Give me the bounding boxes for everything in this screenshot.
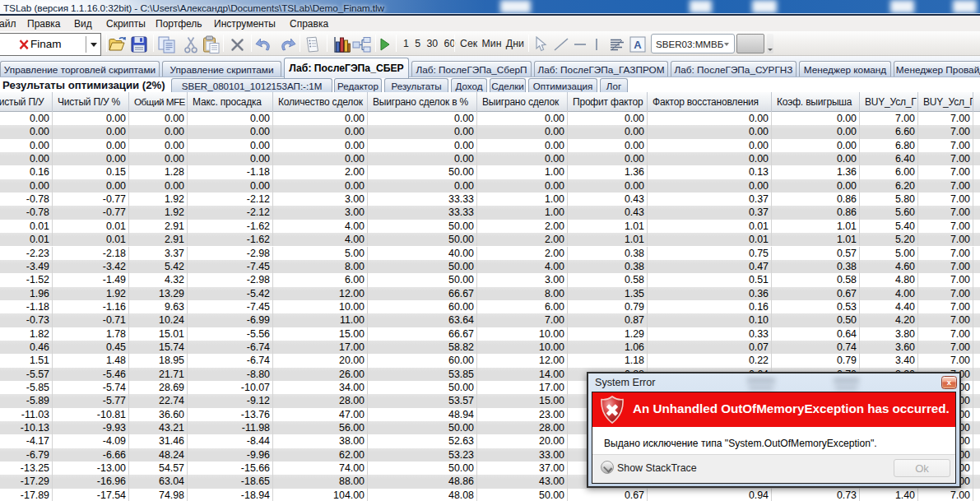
svg-text:A: A bbox=[634, 39, 642, 51]
